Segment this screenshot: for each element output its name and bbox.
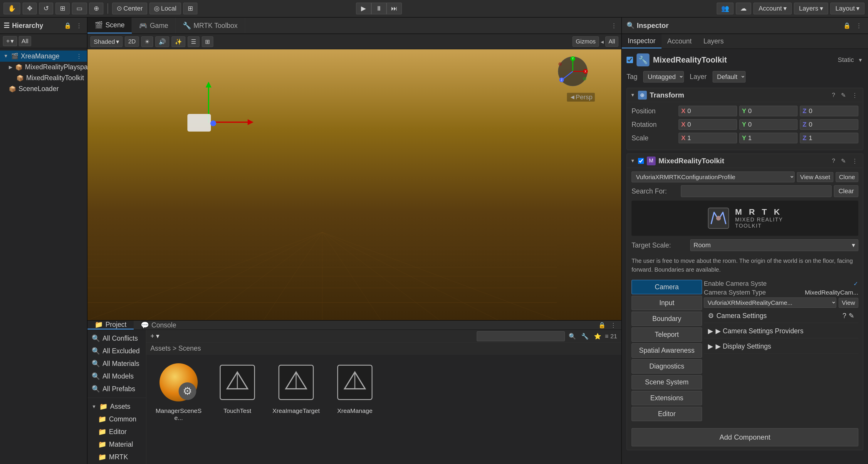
proj-filter-materials[interactable]: 🔍 All Materials <box>88 358 146 370</box>
mrtk-edit-btn[interactable]: ✎ <box>839 156 848 166</box>
tab-layers[interactable]: Layers <box>698 34 730 49</box>
hidden-objs-btn[interactable]: ☰ <box>188 36 199 47</box>
config-profile-select[interactable]: VuforiaXRMRTKConfigurationProfile <box>631 172 795 182</box>
transform-edit-btn[interactable]: ✎ <box>839 90 848 100</box>
transform-header[interactable]: ▼ ⊕ Transform ? ✎ ⋮ <box>627 88 863 102</box>
proj-tree-material[interactable]: 📁 Material <box>88 438 146 451</box>
project-fav-btn[interactable]: ⭐ <box>592 332 603 340</box>
tab-inspector-main[interactable]: Inspector <box>622 34 661 49</box>
snap-btn[interactable]: ⊞ <box>183 3 197 14</box>
mrtk-help-btn[interactable]: ? <box>830 156 837 165</box>
proj-tree-editor[interactable]: 📁 Editor <box>88 426 146 438</box>
cat-btn-camera[interactable]: Camera <box>631 280 702 294</box>
tree-item-toolkit[interactable]: 📦 MixedRealityToolkit <box>0 72 87 84</box>
scale-tool-btn[interactable]: ⊞ <box>56 3 70 14</box>
all-btn[interactable]: All <box>606 36 618 47</box>
camera-settings-section[interactable]: ⚙ Camera Settings ? ✎ <box>704 309 858 323</box>
center-btn[interactable]: ⊙ Center <box>112 3 147 14</box>
position-x-input[interactable] <box>687 107 705 115</box>
project-search-btn[interactable]: 🔍 <box>567 332 578 340</box>
xreamanage-more[interactable]: ⋮ <box>74 52 84 60</box>
project-add-btn[interactable]: + <box>150 332 154 340</box>
proj-filter-models[interactable]: 🔍 All Models <box>88 370 146 383</box>
mrtk-more-btn[interactable]: ⋮ <box>850 156 860 166</box>
tab-account[interactable]: Account <box>661 34 698 49</box>
add-component-btn[interactable]: Add Component <box>631 428 858 446</box>
target-scale-dropdown[interactable]: Room ▾ <box>690 239 858 251</box>
display-settings-section[interactable]: ▶ ▶ Display Settings <box>704 339 858 353</box>
layout-btn[interactable]: Layout ▾ <box>830 3 865 14</box>
hierarchy-lock-btn[interactable]: 🔒 <box>63 22 73 30</box>
inspector-lock-btn[interactable]: 🔒 <box>842 22 852 30</box>
camera-providers-section[interactable]: ▶ ▶ Camera Settings Providers <box>704 324 858 338</box>
rotation-x-input[interactable] <box>687 121 705 128</box>
static-chevron[interactable]: ▾ <box>858 56 863 64</box>
camera-profile-select[interactable]: VuforiaXRMixedRealityCame... <box>704 298 836 308</box>
proj-tree-mrtk[interactable]: 📁 MRTK <box>88 451 146 463</box>
transform-help-btn[interactable]: ? <box>830 90 837 99</box>
scale-y-input[interactable] <box>748 134 766 142</box>
hierarchy-filter-btn[interactable]: All <box>19 36 31 46</box>
move-tool-btn[interactable]: ✥ <box>23 3 37 14</box>
grid-btn[interactable]: ⊞ <box>202 36 213 47</box>
cat-btn-editor[interactable]: Editor <box>631 407 702 421</box>
hand-tool-btn[interactable]: ✋ <box>3 3 20 14</box>
step-btn[interactable]: ⏭ <box>386 3 402 14</box>
mrtk-enabled-checkbox[interactable] <box>638 158 644 164</box>
pause-btn[interactable]: ⏸ <box>371 3 386 14</box>
layers-btn[interactable]: Layers ▾ <box>794 3 828 14</box>
rotation-y-input[interactable] <box>748 121 766 128</box>
search-for-input[interactable] <box>681 185 832 197</box>
clear-btn[interactable]: Clear <box>834 185 858 197</box>
project-search-input[interactable] <box>477 331 565 341</box>
tree-item-playspace[interactable]: ▶ 📦 MixedRealityPlayspace <box>0 62 87 72</box>
mrtk-header[interactable]: ▼ M MixedRealityToolkit ? ✎ ⋮ <box>627 154 863 168</box>
hierarchy-more-btn[interactable]: ⋮ <box>74 22 84 30</box>
scale-z-input[interactable] <box>809 134 826 142</box>
cat-btn-extensions[interactable]: Extensions <box>631 391 702 405</box>
tree-item-sceneloader[interactable]: 📦 SceneLoader <box>0 84 87 94</box>
shading-dropdown[interactable]: Shaded ▾ <box>90 36 123 47</box>
tab-console[interactable]: 💬 Console <box>134 321 183 330</box>
proj-tree-common[interactable]: 📁 Common <box>88 413 146 426</box>
asset-xrea-manage[interactable]: XreaManage <box>329 360 381 414</box>
go-active-checkbox[interactable] <box>626 57 633 63</box>
effects-btn[interactable]: ✨ <box>172 36 185 47</box>
local-btn[interactable]: ◎ Local <box>150 3 181 14</box>
tab-scene[interactable]: 🎬 Scene <box>88 18 132 33</box>
tab-game[interactable]: 🎮 Game <box>132 18 176 33</box>
play-btn[interactable]: ▶ <box>356 3 371 14</box>
position-z-input[interactable] <box>809 107 826 115</box>
layer-select[interactable]: Default <box>713 71 745 83</box>
proj-filter-excluded[interactable]: 🔍 All Excluded <box>88 345 146 358</box>
cloud-btn[interactable]: ☁ <box>736 3 751 14</box>
clone-btn[interactable]: Clone <box>836 172 858 182</box>
collab-btn[interactable]: 👥 <box>717 3 734 14</box>
rotation-z-input[interactable] <box>809 121 826 128</box>
audio-btn[interactable]: 🔊 <box>155 36 169 47</box>
2d-btn[interactable]: 2D <box>125 36 139 47</box>
project-lock-btn[interactable]: 🔒 <box>597 321 607 329</box>
scale-x-input[interactable] <box>687 134 705 142</box>
inspector-more-btn[interactable]: ⋮ <box>855 22 863 30</box>
view-asset-btn[interactable]: View Asset <box>797 172 833 182</box>
cat-btn-scene-system[interactable]: Scene System <box>631 375 702 390</box>
cat-btn-spatial-awareness[interactable]: Spatial Awareness <box>631 343 702 358</box>
tag-select[interactable]: Untagged <box>643 71 684 83</box>
project-more-btn[interactable]: ⋮ <box>609 321 618 329</box>
asset-xrea-image-target[interactable]: XreaImageTarget <box>270 360 322 414</box>
account-btn[interactable]: Account ▾ <box>753 3 792 14</box>
proj-tree-assets[interactable]: ▼ 📁 Assets <box>88 400 146 413</box>
tab-project[interactable]: 📁 Project <box>88 321 134 330</box>
cat-btn-teleport[interactable]: Teleport <box>631 328 702 342</box>
proj-filter-prefabs[interactable]: 🔍 All Prefabs <box>88 383 146 395</box>
lighting-btn[interactable]: ☀ <box>141 36 153 47</box>
scene-viewport[interactable]: Y X Z ◄Persp <box>88 49 621 320</box>
cat-btn-diagnostics[interactable]: Diagnostics <box>631 359 702 374</box>
camera-view-btn[interactable]: View <box>839 298 858 308</box>
project-tool1[interactable]: 🔧 <box>580 332 590 340</box>
cat-btn-boundary[interactable]: Boundary <box>631 312 702 326</box>
tab-mrtk-toolbox[interactable]: 🔧 MRTK Toolbox <box>176 18 245 33</box>
view-more-btn[interactable]: ⋮ <box>610 22 618 30</box>
rect-tool-btn[interactable]: ▭ <box>72 3 87 14</box>
